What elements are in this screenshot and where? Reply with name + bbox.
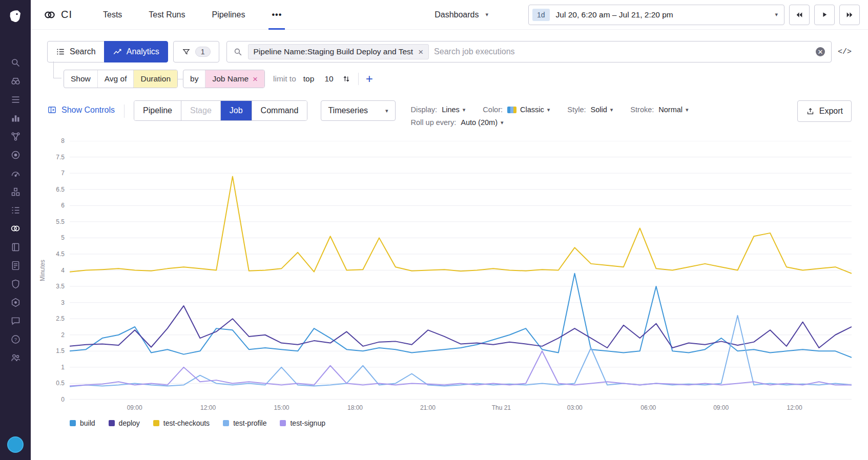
y-tick-label: 6: [61, 202, 65, 209]
organization-icon[interactable]: [6, 350, 25, 365]
serverless-icon[interactable]: [6, 295, 25, 310]
level-pipeline[interactable]: Pipeline: [134, 101, 181, 120]
topbar: CI Tests Test Runs Pipelines ••• Dashboa…: [31, 0, 868, 30]
color-label: Color:: [483, 106, 503, 114]
search-mode-button[interactable]: Search: [47, 41, 105, 62]
time-range-selector[interactable]: 1d Jul 20, 6:20 am – Jul 21, 2:20 pm ▾: [528, 5, 784, 25]
clear-search-icon[interactable]: ✕: [816, 47, 825, 56]
filter-count-badge: 1: [195, 47, 211, 57]
legend-item-test-profile[interactable]: test-profile: [223, 419, 266, 427]
aggregation-selector[interactable]: Avg of: [98, 70, 134, 88]
tab-more[interactable]: •••: [272, 0, 282, 30]
dashboards-menu[interactable]: Dashboards ▾: [435, 10, 488, 19]
legend-swatch: [70, 420, 76, 426]
level-job[interactable]: Job: [221, 101, 252, 120]
stroke-label: Stroke:: [630, 106, 654, 114]
y-axis: 00.511.522.533.544.555.566.577.58: [47, 141, 70, 400]
plot-area[interactable]: [70, 141, 852, 400]
legend-item-test-checkouts[interactable]: test-checkouts: [153, 419, 210, 427]
ci-product-brand[interactable]: CI: [43, 8, 72, 22]
search-toolbar: Search Analytics 1 Pipeline Name:Staging…: [47, 41, 852, 62]
style-value-dropdown[interactable]: Solid: [591, 106, 607, 114]
color-value-dropdown[interactable]: Classic: [520, 106, 544, 114]
visualization-dropdown[interactable]: Timeseries ▾: [321, 100, 395, 121]
legend-label: test-profile: [233, 419, 266, 427]
time-preset-chip[interactable]: 1d: [532, 9, 550, 21]
export-button[interactable]: Export: [797, 100, 852, 122]
limit-type-selector[interactable]: top: [303, 74, 315, 83]
user-avatar[interactable]: [7, 436, 24, 453]
apm-icon[interactable]: [6, 165, 25, 181]
group-connector-line: [178, 79, 183, 79]
search-input[interactable]: Pipeline Name:Staging Build Deploy and T…: [226, 41, 832, 62]
search-facet-pill[interactable]: Pipeline Name:Staging Build Deploy and T…: [248, 44, 429, 59]
remove-facet-icon[interactable]: ×: [418, 48, 423, 56]
x-tick-label: 18:00: [347, 404, 363, 411]
app-window: ? CI Tests Test Runs Pipelines ••• Dashb…: [0, 0, 868, 460]
divider: [124, 104, 125, 118]
line-chart-icon: [113, 47, 122, 56]
facet-text: Pipeline Name:Staging Build Deploy and T…: [254, 47, 414, 56]
product-title: CI: [61, 9, 72, 20]
add-query-button[interactable]: +: [366, 73, 373, 85]
level-stage[interactable]: Stage: [181, 101, 221, 120]
main-content: CI Tests Test Runs Pipelines ••• Dashboa…: [31, 0, 868, 460]
watchdog-icon[interactable]: [6, 73, 25, 89]
tab-tests[interactable]: Tests: [103, 0, 122, 30]
measure-selector[interactable]: Duration: [134, 70, 177, 88]
chevron-down-icon: ▾: [547, 107, 550, 113]
by-label: by: [183, 70, 205, 88]
chevron-down-icon: ▾: [686, 107, 689, 113]
x-tick-label: 03:00: [567, 404, 583, 411]
timeseries-chart[interactable]: [70, 141, 852, 400]
help-icon[interactable]: ?: [6, 331, 25, 347]
sort-icon[interactable]: [342, 74, 351, 83]
feedback-icon[interactable]: [6, 313, 25, 328]
x-tick-label: 15:00: [274, 404, 290, 411]
y-axis-title: Minutes: [38, 141, 47, 400]
series-line-test-signup[interactable]: [70, 351, 852, 386]
security-icon[interactable]: [6, 276, 25, 291]
show-controls-link[interactable]: Show Controls: [47, 105, 115, 115]
events-icon[interactable]: [6, 92, 25, 107]
infrastructure-icon[interactable]: [6, 184, 25, 199]
show-controls-label: Show Controls: [61, 106, 115, 115]
analytics-mode-button[interactable]: Analytics: [104, 41, 168, 62]
datadog-logo[interactable]: [8, 8, 23, 24]
logs-icon[interactable]: [6, 258, 25, 273]
time-skip-back-button[interactable]: [789, 5, 810, 25]
display-value-dropdown[interactable]: Lines: [442, 106, 460, 114]
tab-test-runs[interactable]: Test Runs: [149, 0, 185, 30]
visualization-value: Timeseries: [328, 106, 368, 115]
analytics-mode-label: Analytics: [127, 47, 159, 56]
tab-pipelines[interactable]: Pipelines: [212, 0, 245, 30]
x-tick-label: 09:00: [127, 404, 142, 411]
code-view-button[interactable]: </>: [838, 48, 852, 56]
level-command[interactable]: Command: [252, 101, 307, 120]
series-line-test-checkouts[interactable]: [70, 176, 852, 273]
legend-item-test-signup[interactable]: test-signup: [280, 419, 325, 427]
ci-icon[interactable]: [6, 221, 25, 236]
stroke-value-dropdown[interactable]: Normal: [658, 106, 683, 114]
service-map-icon[interactable]: [6, 129, 25, 144]
notebooks-icon[interactable]: [6, 239, 25, 255]
list-icon: [56, 47, 65, 56]
dashboards-icon[interactable]: [6, 110, 25, 126]
synthetics-icon[interactable]: [6, 147, 25, 162]
limit-value-selector[interactable]: 10: [324, 74, 333, 83]
filter-button[interactable]: 1: [173, 41, 219, 62]
y-tick-label: 4.5: [56, 250, 65, 258]
time-skip-forward-button[interactable]: [839, 5, 860, 25]
remove-groupby-icon[interactable]: ×: [253, 75, 258, 83]
groupby-selector[interactable]: Job Name ×: [205, 70, 264, 88]
search-icon[interactable]: [6, 55, 25, 70]
series-line-deploy[interactable]: [70, 306, 852, 348]
monitors-icon[interactable]: [6, 202, 25, 218]
rollup-value-dropdown[interactable]: Auto (20m): [461, 118, 498, 127]
y-tick-label: 8: [61, 137, 65, 144]
time-play-button[interactable]: [814, 5, 835, 25]
time-range-label: Jul 20, 6:20 am – Jul 21, 2:20 pm: [556, 10, 673, 19]
legend-item-build[interactable]: build: [70, 419, 95, 427]
legend-item-deploy[interactable]: deploy: [109, 419, 140, 427]
x-tick-label: 09:00: [713, 404, 729, 411]
